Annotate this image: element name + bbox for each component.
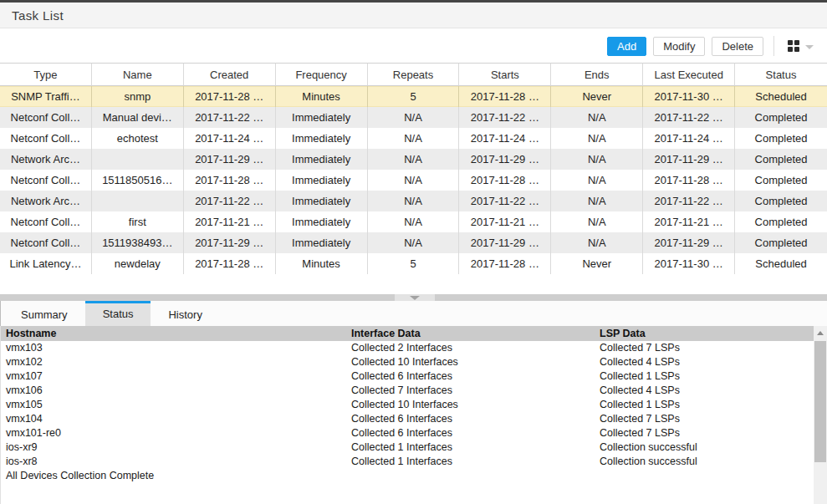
cell-interface-data <box>346 469 595 483</box>
scrollbar-thumb[interactable] <box>814 341 826 462</box>
triangle-up-icon <box>817 331 824 335</box>
cell-created: 2017-11-28 … <box>184 170 276 191</box>
column-header-name[interactable]: Name <box>92 63 184 86</box>
cell-last-executed: 2017-11-30 … <box>643 86 735 107</box>
cell-ends: Never <box>551 86 643 107</box>
list-item: vmx102 Collected 10 Interfaces Collected… <box>1 355 814 369</box>
cell-name: 1511938493… <box>92 232 184 253</box>
column-header-type[interactable]: Type <box>0 63 92 86</box>
cell-frequency: Immediately <box>276 211 368 232</box>
cell-frequency: Immediately <box>276 191 368 211</box>
chevron-down-icon <box>805 45 814 49</box>
cell-interface-data: Collected 6 Interfaces <box>346 426 595 440</box>
cell-status: Completed <box>735 191 827 211</box>
list-item: vmx104 Collected 6 Interfaces Collected … <box>1 412 814 426</box>
cell-status: Completed <box>735 149 827 170</box>
cell-frequency: Minutes <box>276 86 368 107</box>
cell-last-executed: 2017-11-29 … <box>643 232 735 253</box>
cell-created: 2017-11-28 … <box>184 253 276 274</box>
table-row[interactable]: Netconf Coll… first 2017-11-21 … Immedia… <box>0 211 827 232</box>
cell-interface-data: Collected 2 Interfaces <box>346 341 595 355</box>
cell-type: SNMP Traffi… <box>0 86 92 107</box>
list-item: ios-xr8 Collected 1 Interfaces Collectio… <box>1 455 814 469</box>
list-item: vmx105 Collected 10 Interfaces Collected… <box>1 398 814 412</box>
cell-hostname: vmx103 <box>1 341 346 355</box>
column-header-lsp-data[interactable]: LSP Data <box>595 326 814 341</box>
task-table-header: Type Name Created Frequency Repeats Star… <box>0 63 827 86</box>
cell-hostname: All Devices Collection Complete <box>1 469 346 483</box>
cell-ends: N/A <box>551 232 643 253</box>
cell-lsp-data: Collected 7 LSPs <box>595 426 814 440</box>
cell-hostname: vmx102 <box>1 355 346 369</box>
column-header-repeats[interactable]: Repeats <box>368 63 460 86</box>
cell-repeats: N/A <box>368 107 460 128</box>
cell-created: 2017-11-29 … <box>184 149 276 170</box>
table-row[interactable]: Network Arc… 2017-11-22 … Immediately N/… <box>0 191 827 211</box>
cell-starts: 2017-11-29 … <box>459 232 551 253</box>
column-header-hostname[interactable]: Hostname <box>1 326 346 341</box>
table-row[interactable]: SNMP Traffi… snmp 2017-11-28 … Minutes 5… <box>0 86 827 107</box>
table-row[interactable]: Link Latency… newdelay 2017-11-28 … Minu… <box>0 253 827 274</box>
column-header-frequency[interactable]: Frequency <box>276 63 368 86</box>
column-header-last-executed[interactable]: Last Executed <box>643 63 735 86</box>
cell-lsp-data: Collected 7 LSPs <box>595 412 814 426</box>
cell-last-executed: 2017-11-30 … <box>643 253 735 274</box>
cell-repeats: N/A <box>368 170 460 191</box>
cell-type: Netconf Coll… <box>0 107 92 128</box>
cell-name: Manual devi… <box>92 107 184 128</box>
column-header-created[interactable]: Created <box>184 63 276 86</box>
cell-type: Netconf Coll… <box>0 232 92 253</box>
cell-interface-data: Collected 10 Interfaces <box>346 398 595 412</box>
list-item: All Devices Collection Complete <box>1 469 814 483</box>
scroll-up-button[interactable] <box>814 326 827 339</box>
column-header-status[interactable]: Status <box>735 63 827 86</box>
cell-starts: 2017-11-29 … <box>459 149 551 170</box>
cell-interface-data: Collected 10 Interfaces <box>346 355 595 369</box>
cell-frequency: Immediately <box>276 107 368 128</box>
splitter-collapse-handle[interactable] <box>395 294 435 301</box>
table-row[interactable]: Netconf Coll… echotest 2017-11-24 … Imme… <box>0 128 827 149</box>
cell-last-executed: 2017-11-22 … <box>643 191 735 211</box>
cell-ends: N/A <box>551 170 643 191</box>
list-item: vmx106 Collected 7 Interfaces Collected … <box>1 384 814 398</box>
add-button[interactable]: Add <box>607 37 646 56</box>
grid-icon <box>788 40 799 52</box>
tab-status[interactable]: Status <box>85 301 151 326</box>
table-row[interactable]: Netconf Coll… Manual devi… 2017-11-22 … … <box>0 107 827 128</box>
cell-starts: 2017-11-21 … <box>459 211 551 232</box>
cell-lsp-data: Collected 7 LSPs <box>595 341 814 355</box>
tab-history[interactable]: History <box>151 301 219 326</box>
cell-status: Scheduled <box>735 253 827 274</box>
toolbar-separator <box>773 36 774 56</box>
cell-starts: 2017-11-22 … <box>459 107 551 128</box>
cell-starts: 2017-11-28 … <box>459 86 551 107</box>
layout-menu-button[interactable] <box>784 38 817 54</box>
cell-created: 2017-11-29 … <box>184 232 276 253</box>
cell-status: Completed <box>735 232 827 253</box>
panel-splitter[interactable] <box>0 294 827 301</box>
table-row[interactable]: Network Arc… 2017-11-29 … Immediately N/… <box>0 149 827 170</box>
column-header-starts[interactable]: Starts <box>459 63 551 86</box>
cell-hostname: vmx106 <box>1 384 346 398</box>
cell-starts: 2017-11-24 … <box>459 128 551 149</box>
cell-name: first <box>92 211 184 232</box>
cell-name: snmp <box>92 86 184 107</box>
cell-repeats: 5 <box>368 86 460 107</box>
page-title: Task List <box>0 8 64 23</box>
delete-button[interactable]: Delete <box>712 37 763 56</box>
table-row[interactable]: Netconf Coll… 1511938493… 2017-11-29 … I… <box>0 232 827 253</box>
modify-button[interactable]: Modify <box>653 37 705 56</box>
list-item: ios-xr9 Collected 1 Interfaces Collectio… <box>1 440 814 455</box>
column-header-ends[interactable]: Ends <box>551 63 643 86</box>
cell-repeats: 5 <box>368 253 460 274</box>
table-row[interactable]: Netconf Coll… 1511850516… 2017-11-28 … I… <box>0 170 827 191</box>
column-header-interface-data[interactable]: Interface Data <box>346 326 595 341</box>
cell-frequency: Immediately <box>276 232 368 253</box>
cell-lsp-data <box>595 469 814 483</box>
cell-repeats: N/A <box>368 232 460 253</box>
cell-interface-data: Collected 1 Interfaces <box>346 455 595 469</box>
cell-status: Completed <box>735 211 827 232</box>
vertical-scrollbar[interactable] <box>814 326 827 504</box>
tab-summary[interactable]: Summary <box>3 301 85 326</box>
cell-interface-data: Collected 7 Interfaces <box>346 384 595 398</box>
